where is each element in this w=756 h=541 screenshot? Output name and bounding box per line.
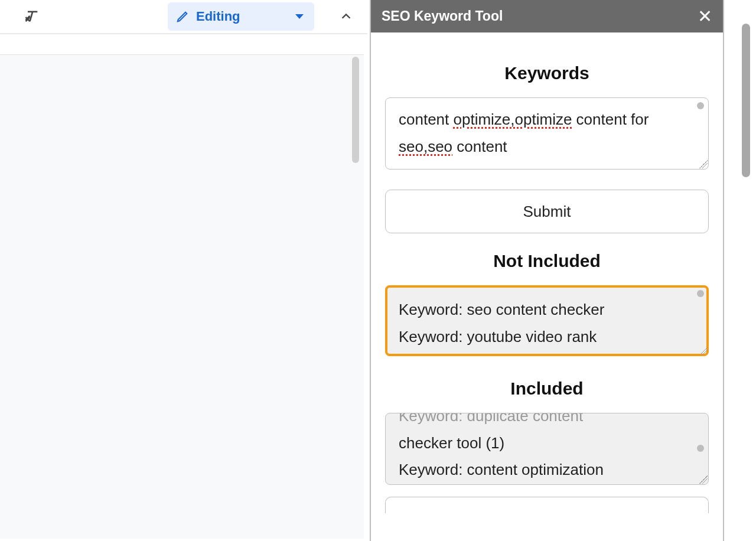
not-included-heading: Not Included: [385, 251, 709, 271]
textarea-scroll-indicator: [697, 102, 704, 109]
document-scrollbar[interactable]: [352, 57, 359, 536]
textarea-scroll-indicator: [697, 445, 704, 452]
next-button-partial[interactable]: [385, 497, 709, 513]
page-scrollbar[interactable]: [738, 0, 752, 541]
editing-mode-dropdown[interactable]: Editing: [168, 2, 314, 31]
pencil-icon: [176, 10, 189, 23]
included-heading: Included: [385, 379, 709, 399]
submit-button[interactable]: Submit: [385, 190, 709, 233]
textarea-resize-grip[interactable]: [699, 347, 708, 355]
included-textarea[interactable]: Keyword: duplicate content checker tool …: [385, 413, 709, 485]
included-line: checker tool (1): [399, 430, 695, 457]
included-wrap: Keyword: duplicate content checker tool …: [385, 413, 709, 485]
document-canvas[interactable]: [0, 54, 364, 539]
included-line: Keyword: content optimization: [399, 457, 695, 484]
collapse-toolbar-button[interactable]: [332, 2, 360, 31]
chevron-down-icon: [295, 14, 304, 19]
included-line-partial: Keyword: duplicate content: [399, 413, 695, 430]
chevron-up-icon: [340, 10, 353, 23]
keywords-textarea[interactable]: content optimize,optimize content for se…: [385, 97, 709, 170]
document-scroll-thumb[interactable]: [352, 57, 359, 163]
editing-mode-label: Editing: [196, 9, 240, 24]
not-included-line: Keyword: seo content checker: [399, 296, 695, 324]
sidebar-body: Keywords content optimize,optimize conte…: [371, 32, 723, 513]
not-included-textarea[interactable]: Keyword: seo content checker Keyword: yo…: [385, 285, 709, 356]
sidebar-header: SEO Keyword Tool ✕: [371, 0, 723, 32]
sidebar-title: SEO Keyword Tool: [382, 8, 503, 24]
clear-formatting-icon[interactable]: [22, 7, 41, 26]
textarea-resize-grip[interactable]: [699, 160, 708, 168]
not-included-wrap: Keyword: seo content checker Keyword: yo…: [385, 285, 709, 356]
textarea-scroll-indicator: [697, 290, 704, 297]
textarea-resize-grip[interactable]: [699, 475, 708, 484]
keywords-textarea-wrap: content optimize,optimize content for se…: [385, 97, 709, 170]
page-scroll-thumb[interactable]: [742, 24, 750, 177]
not-included-line: Keyword: youtube video rank: [399, 324, 695, 351]
keywords-heading: Keywords: [385, 63, 709, 83]
seo-sidebar: SEO Keyword Tool ✕ Keywords content opti…: [370, 0, 724, 541]
toolbar-divider: [0, 33, 367, 34]
close-icon[interactable]: ✕: [698, 8, 712, 25]
